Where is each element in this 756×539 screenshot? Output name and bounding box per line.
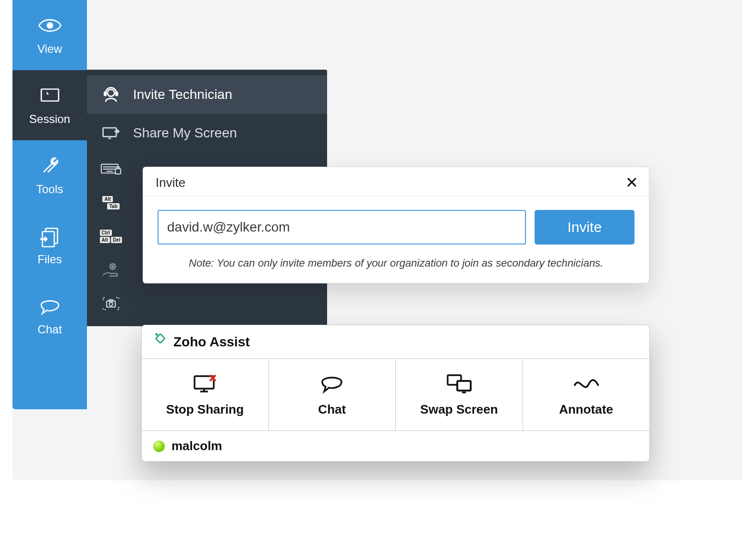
sidebar-item-label: Chat bbox=[37, 323, 62, 336]
eye-icon bbox=[37, 12, 63, 38]
assist-annotate[interactable]: Annotate bbox=[523, 359, 650, 430]
close-icon[interactable]: ✕ bbox=[625, 175, 638, 190]
assist-panel: Zoho Assist Stop Sharing Chat Swap Scree… bbox=[141, 325, 650, 462]
svg-point-16 bbox=[109, 302, 112, 306]
assist-logo-icon bbox=[151, 332, 168, 352]
sidebar-item-chat[interactable]: Chat bbox=[12, 281, 87, 351]
invite-dialog-title: Invite bbox=[156, 175, 185, 190]
assist-chat[interactable]: Chat bbox=[269, 359, 396, 430]
invite-note: Note: You can only invite members of you… bbox=[158, 257, 634, 270]
assist-header: Zoho Assist bbox=[142, 325, 649, 359]
annotate-icon bbox=[572, 372, 600, 395]
assist-stop-sharing[interactable]: Stop Sharing bbox=[142, 359, 269, 430]
assist-swap-screen[interactable]: Swap Screen bbox=[396, 359, 523, 430]
submenu-screenshot[interactable] bbox=[87, 287, 327, 320]
sidebar-item-tools[interactable]: Tools bbox=[12, 140, 87, 210]
submenu-invite-technician[interactable]: Invite Technician bbox=[87, 75, 327, 114]
svg-rect-20 bbox=[195, 376, 214, 389]
sidebar-item-label: Files bbox=[37, 253, 62, 266]
sidebar-item-label: View bbox=[37, 42, 62, 56]
assist-title: Zoho Assist bbox=[173, 334, 250, 350]
sidebar-item-session[interactable]: Session bbox=[12, 70, 87, 140]
submenu-share-screen[interactable]: Share My Screen bbox=[87, 114, 327, 152]
files-icon bbox=[37, 223, 63, 249]
invite-submit-button[interactable]: Invite bbox=[535, 210, 634, 245]
ctrl-alt-del-icon: Ctrl AltDel bbox=[98, 230, 124, 243]
assist-action-label: Annotate bbox=[559, 402, 613, 417]
swap-screen-icon bbox=[445, 372, 474, 395]
svg-rect-5 bbox=[104, 92, 106, 96]
svg-point-19 bbox=[156, 333, 158, 336]
presence-online-icon bbox=[153, 441, 165, 452]
assist-footer: malcolm bbox=[142, 431, 649, 461]
sidebar-item-label: Tools bbox=[36, 183, 63, 196]
chat-icon bbox=[317, 372, 346, 395]
svg-point-14 bbox=[112, 266, 114, 268]
chat-bubble-icon bbox=[37, 293, 63, 319]
assist-action-label: Stop Sharing bbox=[166, 402, 244, 417]
hand-gear-icon bbox=[98, 261, 124, 279]
tools-icon bbox=[37, 153, 63, 179]
sidebar: View Session Tools Files Chat bbox=[12, 0, 87, 409]
sidebar-item-label: Session bbox=[29, 112, 70, 126]
submenu-item-label: Share My Screen bbox=[133, 125, 237, 141]
sidebar-item-files[interactable]: Files bbox=[12, 210, 87, 281]
sidebar-item-view[interactable]: View bbox=[12, 0, 87, 70]
svg-rect-7 bbox=[103, 128, 117, 136]
alt-tab-icon: Alt Tab bbox=[98, 196, 124, 209]
keyboard-lock-icon bbox=[98, 162, 124, 176]
monitor-icon bbox=[37, 83, 63, 109]
assist-action-label: Swap Screen bbox=[420, 402, 498, 417]
invite-dialog: Invite ✕ Invite Note: You can only invit… bbox=[143, 167, 649, 283]
svg-rect-24 bbox=[457, 381, 471, 391]
svg-point-0 bbox=[47, 22, 53, 29]
submenu-item-label: Invite Technician bbox=[133, 87, 232, 102]
screenshot-icon bbox=[98, 295, 124, 312]
invite-email-input[interactable] bbox=[158, 210, 526, 245]
svg-rect-12 bbox=[115, 169, 121, 174]
svg-rect-1 bbox=[41, 89, 59, 101]
assist-action-label: Chat bbox=[318, 402, 346, 417]
stop-sharing-icon bbox=[191, 372, 219, 395]
svg-rect-6 bbox=[116, 92, 118, 96]
share-screen-icon bbox=[98, 122, 124, 144]
svg-point-4 bbox=[108, 89, 115, 97]
assist-user-name: malcolm bbox=[171, 439, 222, 453]
headset-agent-icon bbox=[98, 84, 124, 105]
